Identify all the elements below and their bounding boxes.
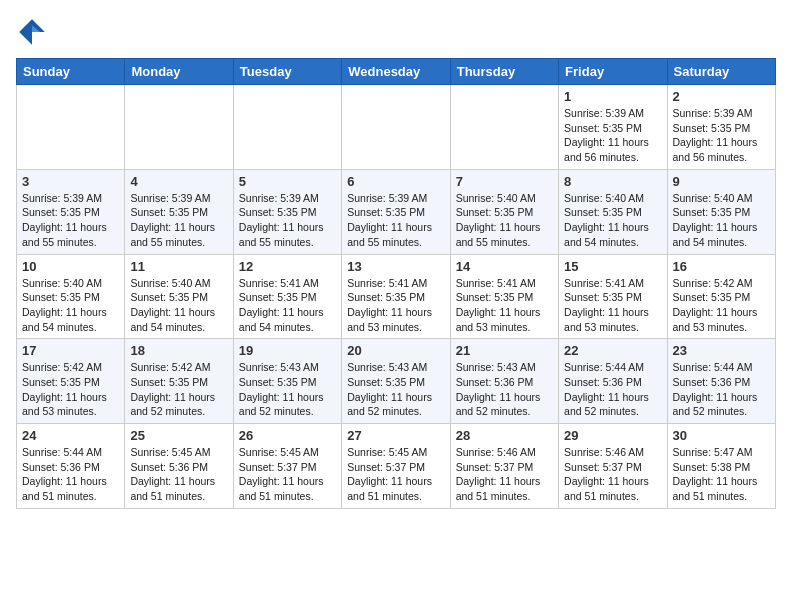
calendar-table: SundayMondayTuesdayWednesdayThursdayFrid…	[16, 58, 776, 509]
calendar-cell: 30Sunrise: 5:47 AMSunset: 5:38 PMDayligh…	[667, 424, 775, 509]
day-number: 17	[22, 343, 119, 358]
day-number: 26	[239, 428, 336, 443]
calendar-week-row: 24Sunrise: 5:44 AMSunset: 5:36 PMDayligh…	[17, 424, 776, 509]
calendar-cell: 14Sunrise: 5:41 AMSunset: 5:35 PMDayligh…	[450, 254, 558, 339]
calendar-week-row: 17Sunrise: 5:42 AMSunset: 5:35 PMDayligh…	[17, 339, 776, 424]
calendar-cell: 8Sunrise: 5:40 AMSunset: 5:35 PMDaylight…	[559, 169, 667, 254]
calendar-cell: 18Sunrise: 5:42 AMSunset: 5:35 PMDayligh…	[125, 339, 233, 424]
day-info: Sunrise: 5:45 AMSunset: 5:36 PMDaylight:…	[130, 445, 227, 504]
day-number: 7	[456, 174, 553, 189]
calendar-cell: 15Sunrise: 5:41 AMSunset: 5:35 PMDayligh…	[559, 254, 667, 339]
calendar-cell: 4Sunrise: 5:39 AMSunset: 5:35 PMDaylight…	[125, 169, 233, 254]
day-info: Sunrise: 5:42 AMSunset: 5:35 PMDaylight:…	[130, 360, 227, 419]
calendar-week-row: 1Sunrise: 5:39 AMSunset: 5:35 PMDaylight…	[17, 85, 776, 170]
day-info: Sunrise: 5:42 AMSunset: 5:35 PMDaylight:…	[673, 276, 770, 335]
day-number: 23	[673, 343, 770, 358]
calendar-cell: 24Sunrise: 5:44 AMSunset: 5:36 PMDayligh…	[17, 424, 125, 509]
day-info: Sunrise: 5:39 AMSunset: 5:35 PMDaylight:…	[130, 191, 227, 250]
weekday-header-tuesday: Tuesday	[233, 59, 341, 85]
calendar-cell	[125, 85, 233, 170]
calendar-cell	[233, 85, 341, 170]
calendar-cell: 23Sunrise: 5:44 AMSunset: 5:36 PMDayligh…	[667, 339, 775, 424]
day-number: 8	[564, 174, 661, 189]
day-info: Sunrise: 5:44 AMSunset: 5:36 PMDaylight:…	[564, 360, 661, 419]
day-info: Sunrise: 5:45 AMSunset: 5:37 PMDaylight:…	[239, 445, 336, 504]
day-number: 21	[456, 343, 553, 358]
day-number: 18	[130, 343, 227, 358]
calendar-cell: 26Sunrise: 5:45 AMSunset: 5:37 PMDayligh…	[233, 424, 341, 509]
day-info: Sunrise: 5:43 AMSunset: 5:35 PMDaylight:…	[347, 360, 444, 419]
weekday-header-friday: Friday	[559, 59, 667, 85]
day-number: 30	[673, 428, 770, 443]
calendar-cell: 22Sunrise: 5:44 AMSunset: 5:36 PMDayligh…	[559, 339, 667, 424]
weekday-header-wednesday: Wednesday	[342, 59, 450, 85]
weekday-header-thursday: Thursday	[450, 59, 558, 85]
day-info: Sunrise: 5:39 AMSunset: 5:35 PMDaylight:…	[564, 106, 661, 165]
day-info: Sunrise: 5:42 AMSunset: 5:35 PMDaylight:…	[22, 360, 119, 419]
day-info: Sunrise: 5:40 AMSunset: 5:35 PMDaylight:…	[22, 276, 119, 335]
day-info: Sunrise: 5:39 AMSunset: 5:35 PMDaylight:…	[239, 191, 336, 250]
day-info: Sunrise: 5:39 AMSunset: 5:35 PMDaylight:…	[673, 106, 770, 165]
calendar-cell: 11Sunrise: 5:40 AMSunset: 5:35 PMDayligh…	[125, 254, 233, 339]
day-number: 27	[347, 428, 444, 443]
calendar-cell	[450, 85, 558, 170]
day-number: 15	[564, 259, 661, 274]
day-info: Sunrise: 5:40 AMSunset: 5:35 PMDaylight:…	[673, 191, 770, 250]
calendar-cell: 9Sunrise: 5:40 AMSunset: 5:35 PMDaylight…	[667, 169, 775, 254]
calendar-cell: 25Sunrise: 5:45 AMSunset: 5:36 PMDayligh…	[125, 424, 233, 509]
calendar-cell: 6Sunrise: 5:39 AMSunset: 5:35 PMDaylight…	[342, 169, 450, 254]
calendar-cell: 10Sunrise: 5:40 AMSunset: 5:35 PMDayligh…	[17, 254, 125, 339]
day-info: Sunrise: 5:40 AMSunset: 5:35 PMDaylight:…	[130, 276, 227, 335]
calendar-cell: 19Sunrise: 5:43 AMSunset: 5:35 PMDayligh…	[233, 339, 341, 424]
day-number: 29	[564, 428, 661, 443]
day-info: Sunrise: 5:46 AMSunset: 5:37 PMDaylight:…	[456, 445, 553, 504]
calendar-cell: 2Sunrise: 5:39 AMSunset: 5:35 PMDaylight…	[667, 85, 775, 170]
day-info: Sunrise: 5:39 AMSunset: 5:35 PMDaylight:…	[347, 191, 444, 250]
day-number: 2	[673, 89, 770, 104]
day-number: 5	[239, 174, 336, 189]
calendar-week-row: 10Sunrise: 5:40 AMSunset: 5:35 PMDayligh…	[17, 254, 776, 339]
day-info: Sunrise: 5:41 AMSunset: 5:35 PMDaylight:…	[564, 276, 661, 335]
calendar-cell: 28Sunrise: 5:46 AMSunset: 5:37 PMDayligh…	[450, 424, 558, 509]
day-info: Sunrise: 5:41 AMSunset: 5:35 PMDaylight:…	[239, 276, 336, 335]
calendar-cell: 13Sunrise: 5:41 AMSunset: 5:35 PMDayligh…	[342, 254, 450, 339]
day-number: 3	[22, 174, 119, 189]
calendar-cell: 17Sunrise: 5:42 AMSunset: 5:35 PMDayligh…	[17, 339, 125, 424]
day-number: 10	[22, 259, 119, 274]
day-info: Sunrise: 5:41 AMSunset: 5:35 PMDaylight:…	[456, 276, 553, 335]
page-header	[16, 16, 776, 48]
logo	[16, 16, 52, 48]
calendar-cell: 12Sunrise: 5:41 AMSunset: 5:35 PMDayligh…	[233, 254, 341, 339]
calendar-cell: 1Sunrise: 5:39 AMSunset: 5:35 PMDaylight…	[559, 85, 667, 170]
day-number: 19	[239, 343, 336, 358]
day-number: 24	[22, 428, 119, 443]
calendar-cell: 29Sunrise: 5:46 AMSunset: 5:37 PMDayligh…	[559, 424, 667, 509]
calendar-cell: 21Sunrise: 5:43 AMSunset: 5:36 PMDayligh…	[450, 339, 558, 424]
day-number: 9	[673, 174, 770, 189]
day-info: Sunrise: 5:40 AMSunset: 5:35 PMDaylight:…	[564, 191, 661, 250]
day-info: Sunrise: 5:41 AMSunset: 5:35 PMDaylight:…	[347, 276, 444, 335]
calendar-cell: 20Sunrise: 5:43 AMSunset: 5:35 PMDayligh…	[342, 339, 450, 424]
weekday-header-sunday: Sunday	[17, 59, 125, 85]
day-number: 11	[130, 259, 227, 274]
day-info: Sunrise: 5:43 AMSunset: 5:36 PMDaylight:…	[456, 360, 553, 419]
day-number: 4	[130, 174, 227, 189]
day-number: 14	[456, 259, 553, 274]
day-number: 13	[347, 259, 444, 274]
day-info: Sunrise: 5:43 AMSunset: 5:35 PMDaylight:…	[239, 360, 336, 419]
day-number: 16	[673, 259, 770, 274]
calendar-cell: 3Sunrise: 5:39 AMSunset: 5:35 PMDaylight…	[17, 169, 125, 254]
weekday-header-row: SundayMondayTuesdayWednesdayThursdayFrid…	[17, 59, 776, 85]
calendar-cell: 27Sunrise: 5:45 AMSunset: 5:37 PMDayligh…	[342, 424, 450, 509]
calendar-cell: 5Sunrise: 5:39 AMSunset: 5:35 PMDaylight…	[233, 169, 341, 254]
day-number: 1	[564, 89, 661, 104]
day-info: Sunrise: 5:47 AMSunset: 5:38 PMDaylight:…	[673, 445, 770, 504]
calendar-cell: 7Sunrise: 5:40 AMSunset: 5:35 PMDaylight…	[450, 169, 558, 254]
day-number: 22	[564, 343, 661, 358]
day-number: 6	[347, 174, 444, 189]
day-number: 20	[347, 343, 444, 358]
day-number: 28	[456, 428, 553, 443]
day-number: 12	[239, 259, 336, 274]
weekday-header-monday: Monday	[125, 59, 233, 85]
day-info: Sunrise: 5:45 AMSunset: 5:37 PMDaylight:…	[347, 445, 444, 504]
